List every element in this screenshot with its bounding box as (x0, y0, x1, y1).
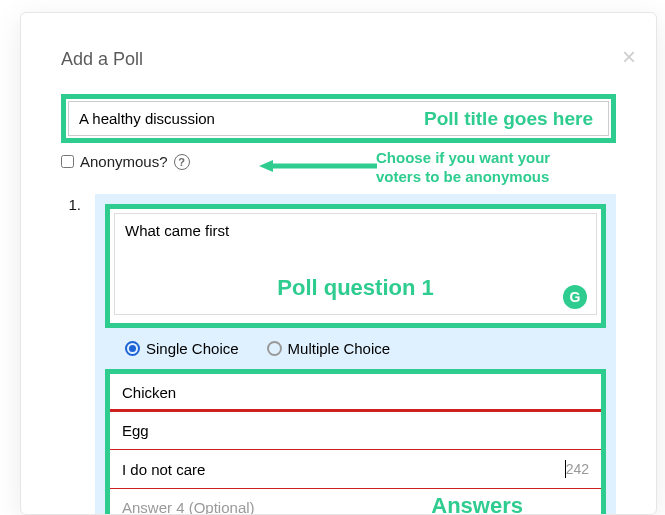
poll-title-highlight: Poll title goes here (61, 94, 616, 143)
answer-input[interactable] (122, 384, 589, 401)
choice-type-row: Single Choice Multiple Choice (105, 328, 606, 369)
answer-row (110, 374, 601, 412)
answer-input[interactable] (122, 461, 564, 478)
anonymous-row: Anonymous? ? Choose if you want your vot… (61, 153, 616, 170)
svg-marker-1 (259, 160, 273, 172)
poll-title-row: Poll title goes here (61, 94, 616, 143)
modal-title: Add a Poll (61, 49, 616, 70)
annotation-anonymous: Choose if you want your voters to be ano… (376, 149, 596, 187)
modal: Add a Poll × Poll title goes here Anonym… (20, 12, 657, 515)
single-choice-option[interactable]: Single Choice (125, 340, 239, 357)
question-area: 1. Poll question 1 G Single Choice Multi… (61, 194, 616, 515)
question-input[interactable] (114, 213, 597, 315)
close-icon[interactable]: × (622, 45, 636, 69)
answer-row (110, 412, 601, 450)
anonymous-checkbox[interactable] (61, 155, 74, 168)
multiple-choice-option[interactable]: Multiple Choice (267, 340, 391, 357)
question-panel: Poll question 1 G Single Choice Multiple… (95, 194, 616, 515)
question-number: 1. (61, 194, 81, 515)
answer-row: 242 (110, 450, 601, 489)
arrow-icon (259, 159, 379, 173)
answer-row (110, 489, 601, 515)
poll-title-input[interactable] (68, 101, 609, 136)
single-choice-label: Single Choice (146, 340, 239, 357)
radio-icon (267, 341, 282, 356)
radio-icon (125, 341, 140, 356)
question-highlight: Poll question 1 G (105, 204, 606, 328)
answer-input[interactable] (122, 422, 589, 439)
help-icon[interactable]: ? (174, 154, 190, 170)
char-counter: 242 (566, 461, 589, 477)
multiple-choice-label: Multiple Choice (288, 340, 391, 357)
answers-highlight: 242 Answers (105, 369, 606, 515)
grammarly-icon[interactable]: G (563, 285, 587, 309)
anonymous-label: Anonymous? (80, 153, 168, 170)
answer-input[interactable] (122, 499, 589, 515)
